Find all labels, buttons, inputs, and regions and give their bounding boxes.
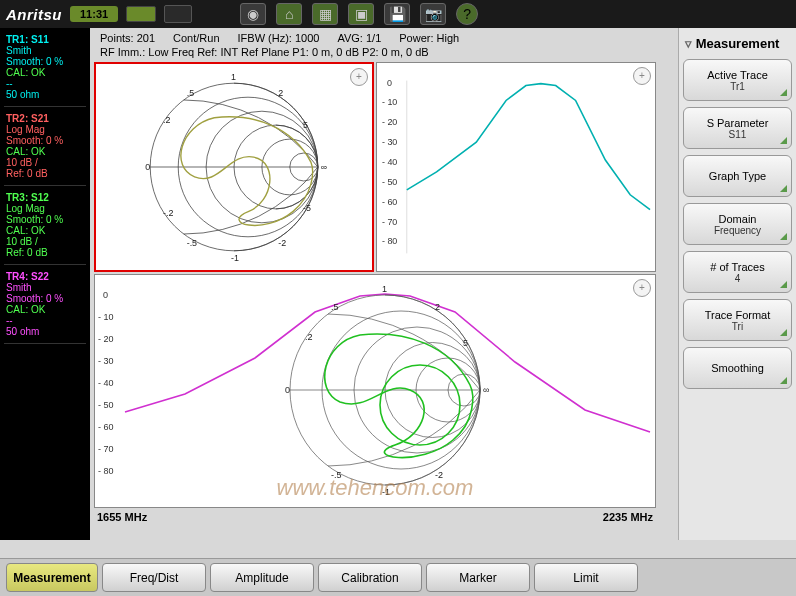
soft-key-panel: Measurement Active TraceTr1 S ParameterS…	[678, 28, 796, 540]
zoom-in-icon[interactable]: +	[350, 68, 368, 86]
status-line-1: Points: 201 Cont/Run IFBW (Hz): 1000 AVG…	[94, 30, 674, 46]
svg-text:-2: -2	[278, 238, 286, 248]
help-icon[interactable]: ?	[456, 3, 478, 25]
more-icon	[780, 329, 787, 336]
svg-text:- 60: - 60	[98, 422, 114, 432]
svg-text:- 40: - 40	[98, 378, 114, 388]
brand-logo: Anritsu	[6, 6, 62, 23]
svg-text:- 70: - 70	[98, 444, 114, 454]
svg-text:- 20: - 20	[382, 117, 397, 127]
svg-text:.5: .5	[331, 302, 339, 312]
more-icon	[780, 185, 787, 192]
battery-icon	[126, 6, 156, 22]
more-icon	[780, 281, 787, 288]
svg-text:1: 1	[231, 72, 236, 82]
plot-tr1-smith[interactable]: + 0∞ 1-1	[94, 62, 374, 272]
more-icon	[780, 377, 787, 384]
svg-text:2: 2	[278, 88, 283, 98]
menu-amplitude[interactable]: Amplitude	[210, 563, 314, 592]
svg-text:- 50: - 50	[382, 177, 397, 187]
svg-text:- 40: - 40	[382, 157, 397, 167]
menu-limit[interactable]: Limit	[534, 563, 638, 592]
save-icon[interactable]: 💾	[384, 3, 410, 25]
svg-text:∞: ∞	[321, 162, 327, 172]
btn-smoothing[interactable]: Smoothing	[683, 347, 792, 389]
camera-icon[interactable]: 📷	[420, 3, 446, 25]
svg-text:.2: .2	[163, 115, 170, 125]
svg-text:-.5: -.5	[331, 470, 342, 480]
more-icon	[780, 233, 787, 240]
status-line-2: RF Imm.: Low Freq Ref: INT Ref Plane P1:…	[94, 46, 674, 62]
svg-text:5: 5	[463, 338, 468, 348]
svg-text:- 70: - 70	[382, 217, 397, 227]
svg-text:-2: -2	[435, 470, 443, 480]
zoom-in-icon[interactable]: +	[633, 67, 651, 85]
fullscreen-icon[interactable]: ▣	[348, 3, 374, 25]
svg-text:.2: .2	[305, 332, 313, 342]
bottom-menu: Measurement Freq/Dist Amplitude Calibrat…	[0, 558, 796, 596]
plot-combined[interactable]: + 0- 10- 20- 30 - 40- 50- 60- 70- 80	[94, 274, 656, 508]
svg-text:-1: -1	[231, 253, 239, 263]
trace-info-3[interactable]: TR3: S12 Log Mag Smooth: 0 % CAL: OK 10 …	[4, 190, 86, 265]
svg-text:-1: -1	[382, 487, 390, 497]
trace-info-2[interactable]: TR2: S21 Log Mag Smooth: 0 % CAL: OK 10 …	[4, 111, 86, 186]
menu-calibration[interactable]: Calibration	[318, 563, 422, 592]
svg-text:-5: -5	[303, 203, 311, 213]
zoom-in-icon[interactable]: +	[633, 279, 651, 297]
svg-text:∞: ∞	[483, 385, 489, 395]
btn-graph-type[interactable]: Graph Type	[683, 155, 792, 197]
svg-text:0: 0	[145, 162, 150, 172]
more-icon	[780, 89, 787, 96]
top-toolbar: Anritsu 11:31 ◉ ⌂ ▦ ▣ 💾 📷 ?	[0, 0, 796, 28]
svg-text:0: 0	[285, 385, 290, 395]
more-icon	[780, 137, 787, 144]
soft-key-title: Measurement	[683, 32, 792, 59]
panel-icon[interactable]: ▦	[312, 3, 338, 25]
svg-text:- 10: - 10	[98, 312, 114, 322]
svg-text:- 30: - 30	[98, 356, 114, 366]
btn-num-traces[interactable]: # of Traces4	[683, 251, 792, 293]
btn-s-parameter[interactable]: S ParameterS11	[683, 107, 792, 149]
svg-text:-.5: -.5	[187, 238, 197, 248]
trace-1-head: TR1: S11	[6, 34, 84, 45]
trace-info-panel: TR1: S11 Smith Smooth: 0 % CAL: OK -- 50…	[0, 28, 90, 540]
btn-active-trace[interactable]: Active TraceTr1	[683, 59, 792, 101]
svg-text:- 80: - 80	[98, 466, 114, 476]
svg-text:- 60: - 60	[382, 197, 397, 207]
svg-text:- 10: - 10	[382, 97, 397, 107]
menu-measurement[interactable]: Measurement	[6, 563, 98, 592]
svg-text:0: 0	[103, 290, 108, 300]
globe-icon[interactable]: ◉	[240, 3, 266, 25]
btn-domain[interactable]: DomainFrequency	[683, 203, 792, 245]
network-icon	[164, 5, 192, 23]
btn-trace-format[interactable]: Trace FormatTri	[683, 299, 792, 341]
plot-tr2-logmag[interactable]: + 0- 10- 20- 30 - 40- 50- 60- 70- 80 165…	[376, 62, 656, 272]
svg-text:.5: .5	[187, 88, 194, 98]
trace-info-1[interactable]: TR1: S11 Smith Smooth: 0 % CAL: OK -- 50…	[4, 32, 86, 107]
trace-info-4[interactable]: TR4: S22 Smith Smooth: 0 % CAL: OK -- 50…	[4, 269, 86, 344]
svg-text:2: 2	[435, 302, 440, 312]
svg-text:- 20: - 20	[98, 334, 114, 344]
menu-freqdist[interactable]: Freq/Dist	[102, 563, 206, 592]
svg-text:0: 0	[387, 78, 392, 88]
clock: 11:31	[70, 6, 118, 22]
menu-marker[interactable]: Marker	[426, 563, 530, 592]
svg-text:- 80: - 80	[382, 236, 397, 246]
svg-text:- 30: - 30	[382, 137, 397, 147]
svg-text:- 50: - 50	[98, 400, 114, 410]
svg-text:1: 1	[382, 284, 387, 294]
svg-text:5: 5	[303, 120, 308, 130]
home-icon[interactable]: ⌂	[276, 3, 302, 25]
plot-area: Points: 201 Cont/Run IFBW (Hz): 1000 AVG…	[90, 28, 678, 540]
svg-text:-.2: -.2	[163, 208, 173, 218]
